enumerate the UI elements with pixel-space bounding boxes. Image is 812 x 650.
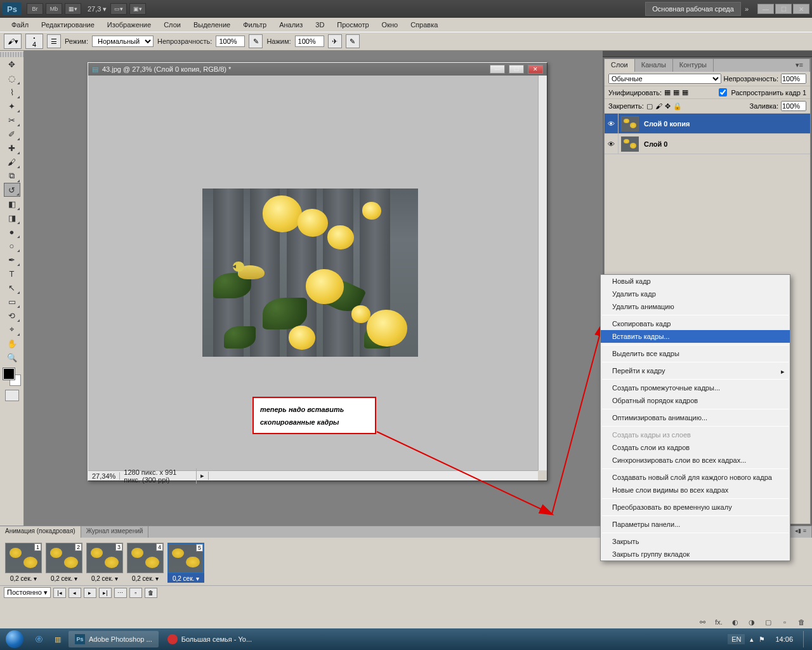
ctx-delete-animation[interactable]: Удалить анимацию	[601, 300, 790, 313]
status-arrow-icon[interactable]: ▸	[197, 472, 209, 480]
brush-panel-toggle[interactable]: ☰	[47, 34, 61, 48]
frame-thumbnail[interactable]: 2	[46, 543, 82, 573]
path-select-tool[interactable]: ↖	[4, 281, 20, 295]
delete-frame-button[interactable]: 🗑	[145, 588, 157, 598]
bridge-button[interactable]: Br	[27, 3, 43, 15]
ctx-select-all-frames[interactable]: Выделить все кадры	[601, 347, 790, 360]
blend-mode-select[interactable]: Нормальный	[92, 36, 154, 47]
loop-mode-select[interactable]: Постоянно ▾	[4, 587, 51, 598]
layer-style-icon[interactable]: fx.	[713, 617, 724, 627]
layer-mask-icon[interactable]: ◐	[730, 617, 741, 627]
prev-frame-button[interactable]: ◂	[69, 588, 81, 598]
unify-position-icon[interactable]: ▦	[664, 88, 671, 96]
next-frame-button[interactable]: ▸|	[99, 588, 112, 598]
lock-pixels-icon[interactable]: 🖌	[655, 102, 662, 110]
fill-input[interactable]	[781, 101, 806, 111]
layer-name[interactable]: Слой 0	[641, 140, 667, 148]
taskbar-pin-ie[interactable]: ⓔ	[29, 631, 48, 647]
clone-stamp-tool[interactable]: ⧉	[4, 169, 20, 183]
airbrush-toggle[interactable]: ✈	[328, 34, 342, 48]
pen-tool[interactable]: ✒	[4, 253, 20, 267]
layer-thumbnail[interactable]	[621, 136, 639, 152]
taskbar-item-photoshop[interactable]: Ps Adobe Photoshop ...	[69, 631, 159, 647]
close-button[interactable]: ✕	[793, 4, 809, 14]
menu-file[interactable]: Файл	[5, 19, 35, 30]
flow-input[interactable]	[295, 36, 324, 47]
workspace-switcher[interactable]: Основная рабочая среда	[645, 2, 741, 16]
ctx-close[interactable]: Закрыть	[601, 535, 790, 548]
tab-layers[interactable]: Слои	[605, 59, 635, 72]
ctx-new-layers-visible[interactable]: Новые слои видимы во всех кадрах	[601, 484, 790, 496]
brush-tool[interactable]: 🖌	[4, 155, 20, 169]
ctx-convert-timeline[interactable]: Преобразовать во временную шкалу	[601, 501, 790, 514]
ctx-delete-frame[interactable]: Удалить кадр	[601, 288, 790, 300]
panel-menu-icon[interactable]: ▾≡	[789, 59, 810, 72]
layer-name[interactable]: Слой 0 копия	[641, 120, 690, 128]
type-tool[interactable]: T	[4, 267, 20, 281]
menu-select[interactable]: Выделение	[187, 19, 237, 30]
frame-delay[interactable]: 0,2 сек. ▾	[127, 573, 164, 583]
status-dimensions[interactable]: 1280 пикс. x 991 пикс. (300 ppi)	[120, 468, 197, 484]
layer-group-icon[interactable]: ▢	[763, 617, 774, 627]
menu-3d[interactable]: 3D	[309, 19, 331, 30]
ctx-close-tab-group[interactable]: Закрыть группу вкладок	[601, 548, 790, 560]
foreground-color[interactable]	[3, 368, 15, 380]
animation-frame[interactable]: 40,2 сек. ▾	[127, 543, 164, 583]
view-extras-button[interactable]: ▦▾	[65, 3, 81, 15]
workspace-expand-icon[interactable]: »	[745, 5, 749, 13]
eyedropper-tool[interactable]: ✐	[4, 127, 20, 141]
hand-tool[interactable]: ✋	[4, 336, 20, 350]
frame-thumbnail[interactable]: 1	[5, 543, 42, 573]
frame-thumbnail[interactable]: 5	[167, 543, 204, 573]
unify-style-icon[interactable]: ▦	[682, 88, 688, 96]
zoom-tool[interactable]: 🔍	[4, 350, 20, 364]
animation-frame[interactable]: 50,2 сек. ▾	[167, 543, 204, 583]
tray-arrow-icon[interactable]: ▴	[750, 635, 754, 644]
lasso-tool[interactable]: ⌇	[4, 85, 20, 99]
quick-mask-toggle[interactable]	[5, 390, 19, 401]
layer-blend-mode-select[interactable]: Обычные	[608, 74, 721, 84]
minibridge-button[interactable]: Mb	[46, 3, 62, 15]
doc-maximize-button[interactable]: ☐	[509, 65, 524, 74]
toolbox-grip[interactable]	[0, 52, 23, 57]
move-tool[interactable]: ✥	[4, 57, 20, 71]
unify-visibility-icon[interactable]: ▦	[673, 88, 679, 96]
status-zoom[interactable]: 27,34%	[88, 472, 120, 480]
adjustment-layer-icon[interactable]: ◑	[746, 617, 757, 627]
menu-image[interactable]: Изображение	[101, 19, 157, 30]
menu-edit[interactable]: Редактирование	[35, 19, 101, 30]
maximize-button[interactable]: ☐	[775, 4, 792, 14]
frame-thumbnail[interactable]: 3	[86, 543, 123, 573]
tab-measurement-log[interactable]: Журнал измерений	[81, 526, 149, 538]
ctx-layers-from-frames[interactable]: Создать слои из кадров	[601, 441, 790, 454]
shape-tool[interactable]: ▭	[4, 295, 20, 308]
ctx-reverse-frames[interactable]: Обратный порядок кадров	[601, 394, 790, 407]
menu-view[interactable]: Просмотр	[331, 19, 375, 30]
ctx-paste-frames[interactable]: Вставить кадры...	[601, 330, 790, 343]
tool-preset-picker[interactable]: 🖌▾	[4, 34, 22, 49]
animation-frame[interactable]: 30,2 сек. ▾	[86, 543, 123, 583]
first-frame-button[interactable]: |◂	[53, 588, 66, 598]
opacity-pressure-toggle[interactable]: ✎	[249, 34, 263, 48]
tab-animation[interactable]: Анимация (покадровая)	[0, 526, 81, 538]
3d-camera-tool[interactable]: ⌖	[4, 322, 20, 336]
layer-opacity-input[interactable]	[781, 74, 806, 84]
blur-tool[interactable]: ●	[4, 225, 20, 239]
ctx-panel-options[interactable]: Параметры панели...	[601, 518, 790, 531]
animation-frame[interactable]: 20,2 сек. ▾	[46, 543, 82, 583]
layer-thumbnail[interactable]	[621, 116, 639, 131]
doc-vertical-scrollbar[interactable]	[538, 76, 547, 470]
gradient-tool[interactable]: ◨	[4, 211, 20, 225]
ctx-match-layers[interactable]: Синхронизировать слои во всех кадрах...	[601, 454, 790, 467]
doc-minimize-button[interactable]: —	[490, 65, 505, 74]
play-button[interactable]: ▸	[84, 588, 96, 598]
dodge-tool[interactable]: ○	[4, 239, 20, 253]
taskbar-item-opera[interactable]: Большая семья - Yo...	[161, 631, 258, 647]
ctx-new-frame[interactable]: Новый кадр	[601, 275, 790, 288]
layer-row[interactable]: 👁 Слой 0 копия	[605, 114, 810, 134]
ctx-goto-frame[interactable]: Перейти к кадру▸	[601, 364, 790, 377]
menu-analysis[interactable]: Анализ	[273, 19, 309, 30]
menu-filter[interactable]: Фильтр	[237, 19, 273, 30]
delete-layer-icon[interactable]: 🗑	[796, 617, 807, 627]
menu-help[interactable]: Справка	[404, 19, 444, 30]
